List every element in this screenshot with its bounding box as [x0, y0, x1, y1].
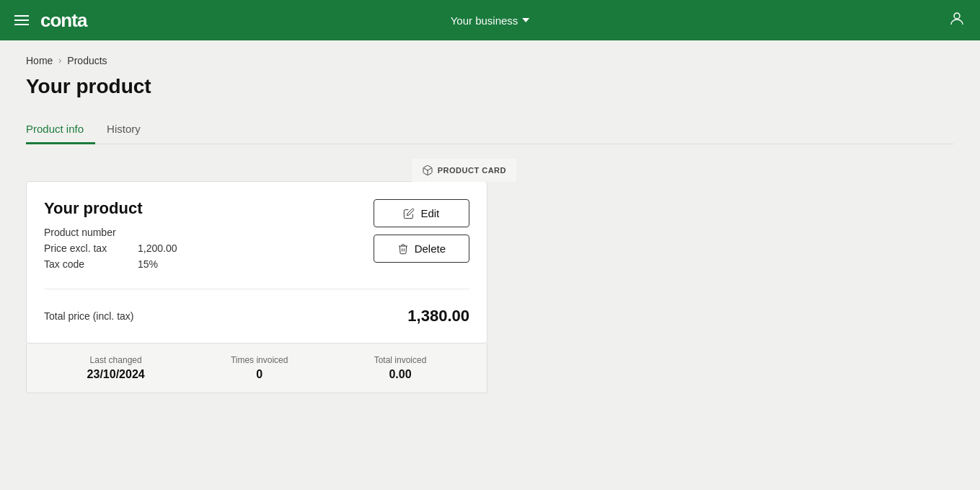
svg-point-0	[954, 13, 960, 19]
total-invoiced-stat: Total invoiced 0.00	[374, 355, 427, 381]
card-header-row: PRODUCT CARD	[26, 159, 516, 181]
menu-icon[interactable]	[14, 15, 29, 25]
times-invoiced-value: 0	[256, 368, 262, 381]
tax-label: Tax code	[44, 258, 138, 270]
times-invoiced-stat: Times invoiced 0	[231, 355, 288, 381]
total-label: Total price (incl. tax)	[44, 310, 133, 322]
product-number-label: Product number	[44, 227, 138, 238]
product-card-body: Your product Product number Price excl. …	[44, 199, 469, 274]
product-card: Your product Product number Price excl. …	[26, 181, 487, 344]
breadcrumb-current: Products	[67, 55, 107, 66]
last-changed-label: Last changed	[90, 355, 142, 365]
total-row: Total price (incl. tax) 1,380.00	[44, 289, 469, 325]
edit-label: Edit	[420, 207, 439, 219]
delete-label: Delete	[415, 242, 446, 255]
product-card-title: Your product	[44, 199, 359, 218]
edit-button[interactable]: Edit	[374, 199, 469, 227]
delete-button[interactable]: Delete	[374, 235, 469, 263]
breadcrumb: Home › Products	[26, 55, 954, 66]
product-card-button[interactable]: PRODUCT CARD	[412, 159, 516, 182]
business-label: Your business	[451, 14, 518, 27]
main-content: Home › Products Your product Product inf…	[0, 40, 980, 408]
product-number-row: Product number	[44, 227, 359, 238]
edit-icon	[403, 208, 415, 219]
chevron-down-icon	[522, 18, 529, 22]
box-icon	[422, 165, 433, 176]
header-left: conta	[14, 9, 87, 32]
business-selector[interactable]: Your business	[451, 14, 530, 27]
last-changed-value: 23/10/2024	[87, 368, 145, 381]
tax-value: 15%	[138, 258, 158, 270]
price-row: Price excl. tax 1,200.00	[44, 242, 359, 254]
total-invoiced-value: 0.00	[389, 368, 411, 381]
stats-row: Last changed 23/10/2024 Times invoiced 0…	[26, 344, 487, 393]
user-icon[interactable]	[948, 10, 966, 30]
content-area: PRODUCT CARD Your product Product number…	[26, 144, 516, 393]
tax-row: Tax code 15%	[44, 258, 359, 270]
product-card-label: PRODUCT CARD	[438, 166, 506, 175]
action-buttons: Edit Delete	[374, 199, 469, 263]
breadcrumb-home[interactable]: Home	[26, 55, 53, 66]
tabs: Product info History	[26, 115, 954, 144]
price-value: 1,200.00	[138, 242, 177, 254]
tab-history[interactable]: History	[95, 115, 152, 144]
card-wrapper: Your product Product number Price excl. …	[26, 181, 487, 393]
price-label: Price excl. tax	[44, 242, 138, 254]
total-invoiced-label: Total invoiced	[374, 355, 427, 365]
total-value: 1,380.00	[407, 307, 469, 325]
app-header: conta Your business	[0, 0, 980, 40]
page-title: Your product	[26, 75, 954, 98]
product-info-section: Your product Product number Price excl. …	[44, 199, 359, 274]
last-changed-stat: Last changed 23/10/2024	[87, 355, 145, 381]
trash-icon	[397, 243, 409, 255]
times-invoiced-label: Times invoiced	[231, 355, 288, 365]
tab-product-info[interactable]: Product info	[26, 115, 95, 144]
logo: conta	[40, 9, 87, 32]
breadcrumb-separator: ›	[58, 56, 61, 66]
